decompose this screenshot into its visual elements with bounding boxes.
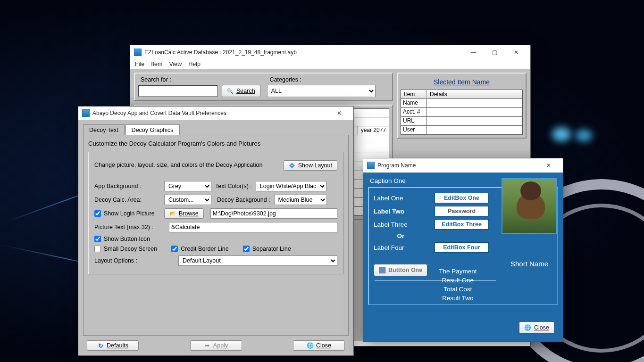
grid-cell-year: year 2077 xyxy=(358,126,389,135)
selected-item-title: Slected Item Name xyxy=(401,76,523,90)
detail-row-url: URL xyxy=(401,117,427,125)
editbox-one[interactable]: EditBox One xyxy=(435,193,489,203)
globe-icon xyxy=(524,324,531,331)
apply-button[interactable]: Apply xyxy=(190,340,242,351)
show-layout-button[interactable]: Show Layout xyxy=(284,160,337,171)
defaults-button[interactable]: Defaults xyxy=(87,340,139,351)
detail-row-name: Name xyxy=(401,99,427,107)
button-one-icon xyxy=(379,267,385,273)
text-colors-select[interactable]: Login White/App Black xyxy=(256,181,326,191)
browse-button[interactable]: Browse xyxy=(164,208,204,219)
prog-title: Program Name xyxy=(377,162,416,169)
bg-light xyxy=(576,130,592,141)
calc-area-select[interactable]: Custom... xyxy=(164,195,211,205)
text-colors-label: Text Color(s) : xyxy=(215,183,252,189)
close-icon[interactable]: ✕ xyxy=(328,106,350,120)
menu-view[interactable]: View xyxy=(169,61,182,67)
prefs-title: Abayo Decoy App and Covert Data Vault Pr… xyxy=(92,110,226,116)
editbox-two[interactable]: Password xyxy=(435,206,489,216)
separator-line-checkbox[interactable]: Separator Line xyxy=(243,246,291,252)
app-background-select[interactable]: Grey xyxy=(164,181,211,191)
change-desc: Change picture, layout, size, and colors… xyxy=(94,161,280,170)
button-one[interactable]: Buttton One xyxy=(374,264,427,276)
prefs-titlebar[interactable]: Abayo Decoy App and Covert Data Vault Pr… xyxy=(78,107,353,120)
layout-icon xyxy=(289,162,295,169)
short-name: Short Name xyxy=(502,260,557,268)
picture-text-label: Picture Text (max 32) : xyxy=(94,224,165,230)
categories-label: Categories : xyxy=(270,76,389,83)
app-icon xyxy=(82,109,90,117)
detail-row-user: User xyxy=(401,126,427,134)
bg-light xyxy=(552,127,571,141)
menu-help[interactable]: Help xyxy=(188,61,201,67)
menu-bar: File Item View Help xyxy=(130,59,530,69)
detail-row-acct: Acct. # xyxy=(401,108,427,116)
prog-titlebar[interactable]: Program Name ✕ xyxy=(363,158,563,173)
result-one: Result One xyxy=(442,277,474,284)
result-two: Result Two xyxy=(442,295,474,302)
login-picture xyxy=(502,178,557,234)
decoy-background-select[interactable]: Medium Blue xyxy=(274,195,327,205)
menu-item[interactable]: Item xyxy=(151,61,162,67)
close-icon[interactable]: ✕ xyxy=(538,158,559,173)
app-icon xyxy=(134,49,142,56)
window-title: EZLoanCalc Active Database : 2021_2_19_4… xyxy=(144,49,297,56)
label-two: Label Two xyxy=(374,208,428,215)
folder-icon xyxy=(169,210,176,217)
payment-label: The Payment xyxy=(439,268,477,275)
refresh-icon xyxy=(97,342,104,349)
credit-border-checkbox[interactable]: Credit Border Line xyxy=(171,246,228,252)
label-four: Label Four xyxy=(374,244,428,251)
search-for-label: Search for : xyxy=(141,76,260,83)
show-button-icon-checkbox[interactable]: Show Button Icon xyxy=(94,236,150,242)
or-separator: Or xyxy=(374,232,428,239)
tab-decoy-graphics[interactable]: Decoy Graphics xyxy=(125,124,180,135)
layout-options-label: Layout Options : xyxy=(94,257,175,264)
program-name-dialog: Program Name ✕ Caption One Label One Edi… xyxy=(363,158,563,342)
show-login-picture-checkbox[interactable]: Show Login Picture xyxy=(94,210,160,217)
app-background-label: App Background : xyxy=(94,183,160,189)
editbox-four[interactable]: EditBox Four xyxy=(435,242,489,253)
ezloan-titlebar[interactable]: EZLoanCalc Active Database : 2021_2_19_4… xyxy=(130,45,530,59)
small-decoy-checkbox[interactable]: Small Decoy Screen xyxy=(94,246,157,252)
section-title: Customize the Decoy Calculator Program's… xyxy=(88,140,343,147)
search-icon xyxy=(227,88,234,94)
search-input[interactable] xyxy=(138,85,218,97)
layout-options-select[interactable]: Default Layout xyxy=(178,255,337,266)
label-one: Label One xyxy=(374,195,428,202)
prefs-close-button[interactable]: Close xyxy=(293,340,345,351)
preferences-dialog: Abayo Decoy App and Covert Data Vault Pr… xyxy=(78,106,354,356)
picture-path-input[interactable] xyxy=(210,208,337,219)
picture-text-input[interactable] xyxy=(169,222,337,232)
label-three: Label Three xyxy=(374,221,428,228)
prog-close-button[interactable]: Close xyxy=(519,321,554,334)
arrow-icon xyxy=(204,342,210,349)
minimize-button[interactable]: — xyxy=(463,45,484,59)
decoy-background-label: Decoy Background : xyxy=(217,197,270,203)
search-button[interactable]: Search xyxy=(222,85,260,97)
maximize-button[interactable]: ▢ xyxy=(484,45,505,59)
total-cost-label: Total Cost xyxy=(443,286,472,293)
calc-area-label: Decoy Calc. Area: xyxy=(94,197,160,203)
tab-decoy-text[interactable]: Decoy Text xyxy=(83,124,125,135)
close-button[interactable]: ✕ xyxy=(505,45,527,59)
globe-icon xyxy=(307,342,313,349)
detail-header: Item Details xyxy=(401,90,523,99)
categories-select[interactable]: ALL xyxy=(267,85,376,97)
app-icon xyxy=(367,162,375,169)
editbox-three[interactable]: EditBox Three xyxy=(435,219,489,230)
menu-file[interactable]: File xyxy=(135,61,144,67)
